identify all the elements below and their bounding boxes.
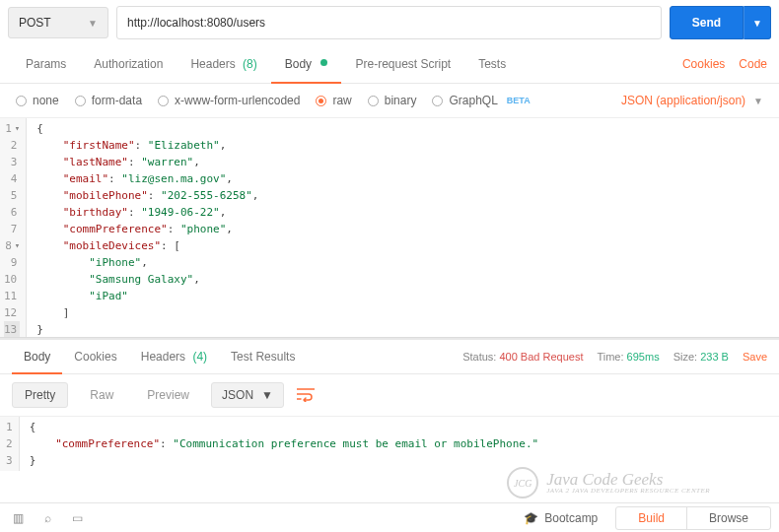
link-cookies[interactable]: Cookies [682,57,725,71]
tab-body[interactable]: Body [271,45,342,83]
request-bar: POST ▼ Send ▼ [0,0,779,45]
view-preview[interactable]: Preview [135,383,201,407]
response-toolbar: Pretty Raw Preview JSON ▼ [0,374,779,416]
radio-xwww[interactable]: x-www-form-urlencoded [158,94,300,107]
url-input[interactable] [116,6,662,39]
bottom-bar: ▥ ⌕ ▭ 🎓 Bootcamp Build Browse [0,502,779,532]
res-tab-body[interactable]: Body [12,340,62,373]
watermark: JCG Java Code Geeks Java 2 Java Develope… [507,467,710,499]
send-button[interactable]: Send ▼ [670,6,771,39]
radio-binary[interactable]: binary [368,94,417,107]
res-headers-count: (4) [192,350,207,364]
response-format-select[interactable]: JSON ▼ [211,382,284,408]
watermark-logo: JCG [507,467,538,499]
res-tab-testresults[interactable]: Test Results [219,340,307,373]
send-button-caret[interactable]: ▼ [744,6,771,39]
link-code[interactable]: Code [739,57,767,71]
radio-formdata[interactable]: form-data [75,94,142,107]
tab-prerequest[interactable]: Pre-request Script [341,45,464,83]
headers-count: (8) [243,57,257,71]
mode-switch: Build Browse [615,506,771,530]
console-icon[interactable]: ▭ [67,511,87,525]
tab-headers[interactable]: Headers (8) [177,45,270,83]
wrap-lines-icon[interactable] [294,383,318,407]
chevron-down-icon: ▼ [88,18,98,29]
radio-graphql[interactable]: GraphQLBETA [432,94,530,107]
response-meta: Status: 400 Bad Request Time: 695ms Size… [462,351,767,363]
response-tabs: Body Cookies Headers (4) Test Results St… [0,340,779,374]
chevron-down-icon: ▼ [753,96,763,106]
status-value: 400 Bad Request [499,351,583,363]
chevron-down-icon: ▼ [261,388,273,402]
beta-badge: BETA [507,96,531,105]
radio-none[interactable]: none [16,94,59,107]
find-icon[interactable]: ⌕ [37,511,57,525]
mode-browse[interactable]: Browse [687,507,770,529]
modified-dot-icon [320,59,327,66]
sidebar-toggle-icon[interactable]: ▥ [8,511,28,525]
line-gutter: 123 [0,417,20,471]
tab-authorization[interactable]: Authorization [80,45,177,83]
view-pretty[interactable]: Pretty [12,382,68,408]
code-area: { "commPreference": "Communication prefe… [20,417,549,471]
graduation-cap-icon: 🎓 [524,511,538,525]
body-type-row: none form-data x-www-form-urlencoded raw… [0,84,779,118]
response-body-editor: 123 { "commPreference": "Communication p… [0,416,779,471]
code-area[interactable]: { "firstName": "Elizabeth", "lastName": … [27,118,268,337]
bootcamp-link[interactable]: 🎓 Bootcamp [524,511,598,525]
tab-tests[interactable]: Tests [464,45,520,83]
view-raw[interactable]: Raw [78,383,125,407]
method-select[interactable]: POST ▼ [8,7,108,38]
request-tabs: Params Authorization Headers (8) Body Pr… [0,45,779,84]
res-tab-cookies[interactable]: Cookies [62,340,128,373]
radio-raw[interactable]: raw [316,94,351,107]
method-value: POST [19,16,51,30]
res-tab-headers[interactable]: Headers (4) [129,340,219,373]
line-gutter: 1▾2345678▾910111213 [0,118,27,337]
send-button-label: Send [670,6,744,39]
body-format-select[interactable]: JSON (application/json) ▼ [621,94,763,107]
size-value: 233 B [700,351,729,363]
mode-build[interactable]: Build [616,507,687,529]
time-value: 695ms [627,351,660,363]
request-body-editor[interactable]: 1▾2345678▾910111213 { "firstName": "Eliz… [0,118,779,337]
tab-params[interactable]: Params [12,45,80,83]
save-response-link[interactable]: Save [743,351,767,363]
